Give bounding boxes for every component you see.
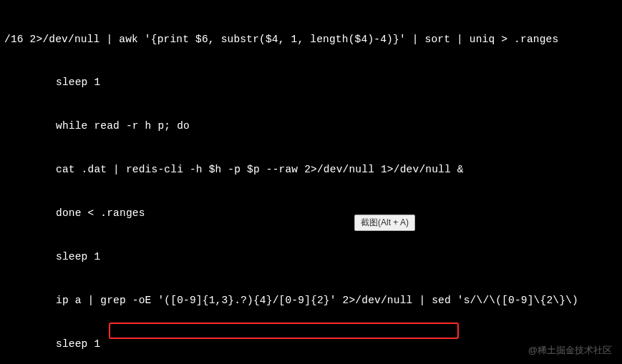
script-line: sleep 1 (4, 75, 618, 89)
script-line: sleep 1 (4, 250, 618, 264)
script-line: done < .ranges (4, 206, 618, 220)
watermark: @稀土掘金技术社区 (528, 344, 612, 357)
script-line: sleep 1 (4, 337, 618, 351)
script-line: while read -r h p; do (4, 119, 618, 133)
screenshot-tooltip: 截图(Alt + A) (354, 215, 415, 231)
script-line: ip a | grep -oE '([0-9]{1,3}.?){4}/[0-9]… (4, 293, 618, 308)
script-line: cat .dat | redis-cli -h $h -p $p --raw 2… (4, 162, 618, 177)
terminal-output[interactable]: /16 2>/dev/null | awk '{print $6, substr… (4, 3, 618, 364)
script-line: /16 2>/dev/null | awk '{print $6, substr… (4, 32, 618, 46)
